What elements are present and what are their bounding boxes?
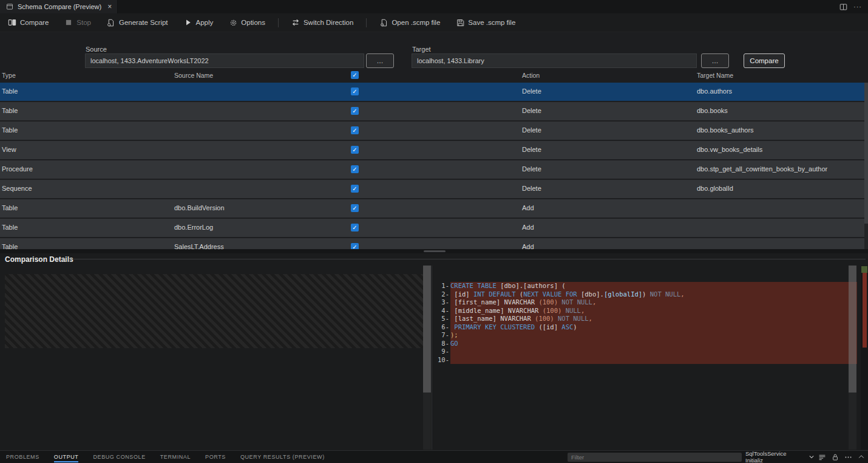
line-content: [id] INT DEFAULT (NEXT VALUE FOR [dbo].[… [450,290,857,299]
toolbar-item-label: Compare [20,19,49,26]
overview-ruler [861,266,868,450]
line-number: 5- [432,315,450,323]
target-input[interactable] [412,53,697,68]
target-label: Target [412,46,431,53]
tab-close-icon[interactable]: × [107,2,112,11]
save-scmp-button[interactable]: Save .scmp file [448,13,523,32]
stop-button: Stop [56,13,99,32]
more-actions-icon[interactable]: ··· [853,3,862,10]
bottom-panel-bar: PROBLEMSOUTPUTDEBUG CONSOLETERMINALPORTS… [0,450,868,463]
split-editor-icon[interactable] [839,2,847,11]
cell-target-name: dbo.authors [697,87,732,95]
preview-window-icon [5,2,14,11]
table-row[interactable]: Procedure✓Deletedbo.stp_get_all_cowritte… [0,160,864,179]
toolbar-item-label: Options [241,19,265,26]
output-filter-input[interactable] [568,453,742,462]
include-checkbox[interactable]: ✓ [351,224,359,231]
table-row[interactable]: Table✓Deletedbo.authors [0,83,864,101]
panel-tab-output[interactable]: OUTPUT [54,451,79,463]
cell-target-name: dbo.books [697,107,728,114]
code-line: 2- [id] INT DEFAULT (NEXT VALUE FOR [dbo… [432,290,857,299]
chevron-up-icon[interactable] [858,453,865,461]
column-header-action[interactable]: Action [522,72,540,79]
line-number: 9- [432,348,450,356]
open-scmp-button[interactable]: Open .scmp file [371,13,448,32]
output-channel-select[interactable]: SqlToolsService Initializ [745,452,816,462]
toolbar-item-label: Save .scmp file [468,19,515,26]
toolbar-item-label: Open .scmp file [392,19,440,26]
compare-run-button[interactable]: Compare [744,53,785,68]
right-editor-lines: 1-CREATE TABLE [dbo].[authors] (2- [id] … [432,282,857,364]
grid-scrollbar[interactable] [864,83,868,249]
tab-schema-compare[interactable]: Schema Compare (Preview) × [0,0,118,13]
table-row[interactable]: Tabledbo.BuildVersion✓Add [0,199,864,218]
cell-action: Add [522,204,534,211]
source-input[interactable] [85,53,364,68]
panel-tab-debug-console[interactable]: DEBUG CONSOLE [93,451,145,463]
panel-tab-query-results-preview[interactable]: QUERY RESULTS (PREVIEW) [240,451,325,463]
line-content: GO [450,340,857,348]
line-content [450,348,857,356]
panel-tab-problems[interactable]: PROBLEMS [6,451,39,463]
play-icon [184,18,192,27]
more-icon[interactable] [844,453,852,461]
diff-filler-hatch [5,274,423,349]
column-header-source-name[interactable]: Source Name [174,72,213,79]
line-number: 8- [432,340,450,348]
include-checkbox[interactable]: ✓ [351,146,359,154]
include-checkbox[interactable]: ✓ [351,107,359,115]
cell-action: Delete [522,146,541,153]
code-line: 9- [432,348,857,356]
cell-target-name: dbo.books_authors [697,126,754,134]
include-checkbox[interactable]: ✓ [351,165,359,173]
cell-type: Table [2,224,18,231]
toolbar-separator [366,18,367,27]
source-diff-editor[interactable]: 1+ [5,266,423,450]
toolbar-item-label: Stop [76,19,91,26]
panel-tab-terminal[interactable]: TERMINAL [160,451,191,463]
table-row[interactable]: Tabledbo.ErrorLog✓Add [0,219,864,237]
cell-action: Delete [522,165,541,173]
include-checkbox[interactable]: ✓ [351,87,359,95]
cell-type: View [2,146,16,153]
include-checkbox[interactable]: ✓ [351,243,359,249]
cell-action: Add [522,224,534,231]
source-browse-button[interactable]: … [366,53,394,68]
options-button[interactable]: Options [221,13,273,32]
table-row[interactable]: Table✓Deletedbo.books [0,102,864,120]
include-checkbox[interactable]: ✓ [351,185,359,193]
header-include-checkbox[interactable]: ✓ [351,71,359,79]
line-content: ); [450,331,857,340]
cell-action: Delete [522,185,541,192]
left-editor-scrollbar-thumb[interactable] [423,266,431,393]
table-row[interactable]: View✓Deletedbo.vw_books_details [0,141,864,159]
cell-action: Delete [522,87,541,95]
column-header-type[interactable]: Type [2,72,16,79]
include-checkbox[interactable]: ✓ [351,204,359,212]
code-line: 8-GO [432,340,857,348]
splitter-handle[interactable] [424,250,446,252]
panel-tab-ports[interactable]: PORTS [205,451,226,463]
overview-removed-marker [863,273,867,348]
table-row[interactable]: TableSalesLT.Address✓Add [0,238,864,249]
results-grid-header: Type Source Name ✓ Action Target Name [0,71,864,81]
include-checkbox[interactable]: ✓ [351,126,359,134]
table-row[interactable]: Table✓Deletedbo.books_authors [0,122,864,140]
target-diff-editor[interactable]: 1-CREATE TABLE [dbo].[authors] (2- [id] … [432,266,857,450]
target-browse-button[interactable]: … [701,53,729,68]
apply-button[interactable]: Apply [176,13,222,32]
cell-target-name: dbo.vw_books_details [697,146,762,153]
generate-script-button[interactable]: Generate Script [99,13,176,32]
lock-icon[interactable] [832,453,839,461]
column-header-target-name[interactable]: Target Name [697,72,733,79]
line-content [450,356,857,365]
switch-direction-button[interactable]: Switch Direction [283,13,361,32]
table-row[interactable]: Sequence✓Deletedbo.globalId [0,180,864,198]
right-editor-scrollbar-thumb[interactable] [849,266,856,393]
output-lines-icon[interactable] [818,453,826,461]
compare-button[interactable]: Compare [0,13,56,32]
toolbar-separator [278,18,279,27]
panel-splitter[interactable] [0,249,868,253]
code-line: 1-CREATE TABLE [dbo].[authors] ( [432,282,857,290]
save-icon [456,18,464,27]
